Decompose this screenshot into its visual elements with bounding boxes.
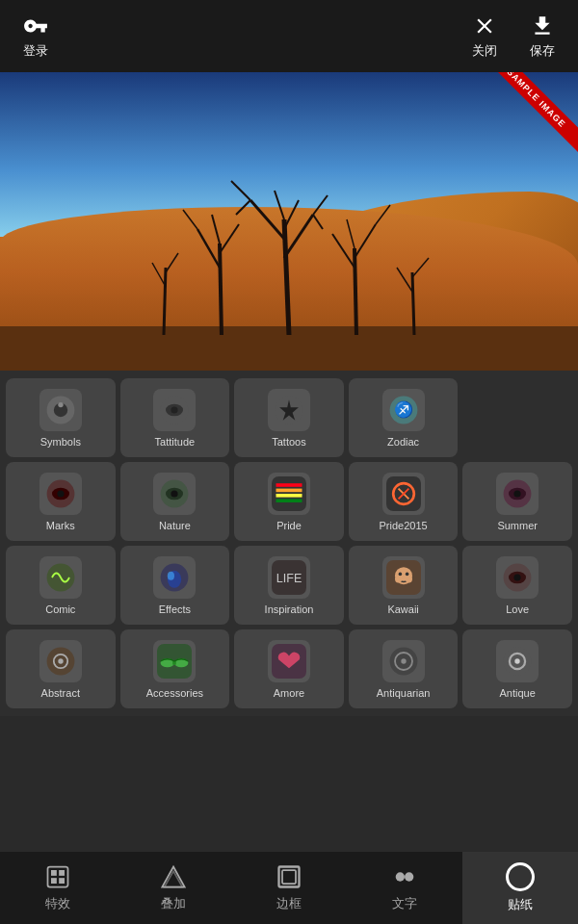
sample-badge-text: SAMPLE IMAGE <box>483 72 578 152</box>
svg-point-63 <box>395 576 402 582</box>
sticker-label-nature: Nature <box>159 520 191 532</box>
sticker-section: SymbolsTattitudeTattoos♐ZodiacMarksNatur… <box>0 371 578 716</box>
svg-line-17 <box>376 205 390 224</box>
text-nav-icon <box>391 863 418 890</box>
sticker-item-symbols[interactable]: Symbols <box>6 378 116 457</box>
sticker-label-antiquarian: Antiquarian <box>377 687 431 700</box>
sticker-item-effects[interactable]: Effects <box>120 546 230 625</box>
sticker-item-love[interactable]: Love <box>462 546 572 625</box>
nav-sticker[interactable]: 贴纸 <box>462 852 578 924</box>
svg-point-56 <box>168 572 174 580</box>
sticker-label-tattoos: Tattoos <box>272 436 305 449</box>
sticker-label-antique: Antique <box>500 687 536 700</box>
svg-rect-85 <box>51 878 57 884</box>
svg-line-3 <box>236 200 250 215</box>
sticker-label-comic: Comic <box>45 603 75 616</box>
sticker-item-pride2015[interactable]: Pride2015 <box>349 462 459 541</box>
svg-line-11 <box>183 210 197 229</box>
svg-rect-83 <box>51 870 57 876</box>
svg-line-15 <box>332 234 355 268</box>
frame-nav-label: 边框 <box>276 895 302 912</box>
sticker-icon-comic <box>39 556 82 599</box>
close-icon <box>472 13 497 38</box>
sticker-item-tattoos[interactable]: Tattoos <box>234 378 344 457</box>
svg-point-67 <box>514 574 521 580</box>
sticker-item-antiquarian[interactable]: Antiquarian <box>349 629 459 708</box>
svg-rect-42 <box>276 483 302 487</box>
image-area: SAMPLE IMAGE <box>0 72 578 371</box>
sample-badge: SAMPLE IMAGE <box>482 72 578 168</box>
svg-line-0 <box>284 219 289 335</box>
nav-text[interactable]: 文字 <box>347 852 462 924</box>
sticker-label-pride: Pride <box>276 520 302 532</box>
svg-point-27 <box>58 402 63 407</box>
key-icon <box>23 13 48 38</box>
sticker-icon-pride2015 <box>382 473 425 515</box>
sticker-label-amore: Amore <box>274 687 304 700</box>
svg-text:LIFE: LIFE <box>276 572 302 585</box>
sticker-icon-antiquarian <box>382 640 425 682</box>
nav-overlay[interactable]: 叠加 <box>116 852 231 924</box>
svg-rect-82 <box>48 867 68 887</box>
svg-point-37 <box>57 490 64 497</box>
nav-frame[interactable]: 边框 <box>231 852 347 924</box>
svg-line-6 <box>313 215 323 229</box>
svg-line-14 <box>355 248 356 335</box>
sticker-label-accessories: Accessories <box>146 687 203 700</box>
nav-effects[interactable]: 特效 <box>0 852 116 924</box>
sticker-item-accessories[interactable]: Accessories <box>120 629 230 708</box>
sticker-nav-icon <box>506 862 535 891</box>
sticker-icon-tattitude <box>153 389 196 431</box>
svg-line-7 <box>275 191 284 219</box>
svg-rect-84 <box>59 870 65 876</box>
sticker-nav-label: 贴纸 <box>508 896 533 913</box>
top-bar-right: 关闭 保存 <box>459 6 568 67</box>
save-icon <box>530 13 555 38</box>
login-button[interactable]: 登录 <box>10 6 62 67</box>
sticker-label-inspiration: Inspiration <box>265 603 314 616</box>
sticker-icon-antique <box>496 640 539 682</box>
svg-line-16 <box>355 224 376 258</box>
sticker-label-summer: Summer <box>497 520 538 532</box>
sticker-item-antique[interactable]: Antique <box>462 629 572 708</box>
sticker-item-abstract[interactable]: Abstract <box>6 629 116 708</box>
svg-line-2 <box>231 181 250 200</box>
sticker-icon-effects <box>153 556 196 599</box>
sticker-icon-inspiration: LIFE <box>268 556 310 599</box>
sticker-item-inspiration[interactable]: LIFEInspiration <box>234 546 344 625</box>
trees <box>135 162 443 335</box>
sticker-item-kawaii[interactable]: Kawaii <box>349 546 459 625</box>
sticker-icon-love <box>496 556 539 599</box>
effects-nav-label: 特效 <box>45 895 70 912</box>
sticker-label-zodiac: Zodiac <box>387 436 419 449</box>
sticker-item-amore[interactable]: Amore <box>234 629 344 708</box>
login-label: 登录 <box>23 42 48 60</box>
svg-line-23 <box>397 268 412 292</box>
sticker-item-tattitude[interactable]: Tattitude <box>120 378 230 457</box>
sticker-icon-nature <box>153 473 196 515</box>
svg-line-8 <box>284 200 299 229</box>
sticker-icon-abstract <box>39 640 82 682</box>
save-button[interactable]: 保存 <box>516 6 568 67</box>
effects-nav-icon <box>44 863 71 890</box>
sticker-item-pride[interactable]: Pride <box>234 462 344 541</box>
svg-point-70 <box>58 658 63 663</box>
save-label: 保存 <box>530 42 555 60</box>
svg-line-9 <box>220 244 222 335</box>
svg-rect-43 <box>276 489 302 493</box>
sticker-item-nature[interactable]: Nature <box>120 462 230 541</box>
sticker-item-zodiac[interactable]: ♐Zodiac <box>349 378 459 457</box>
sticker-label-marks: Marks <box>46 520 75 532</box>
sticker-icon-kawaii <box>382 556 425 599</box>
sticker-item-comic[interactable]: Comic <box>6 546 116 625</box>
svg-line-21 <box>166 253 178 272</box>
sticker-item-summer[interactable]: Summer <box>462 462 572 541</box>
text-nav-label: 文字 <box>392 895 417 912</box>
sticker-item-marks[interactable]: Marks <box>6 462 116 541</box>
close-button[interactable]: 关闭 <box>459 6 511 67</box>
top-bar: 登录 关闭 保存 <box>0 0 578 72</box>
svg-line-24 <box>412 258 429 277</box>
sticker-label-abstract: Abstract <box>41 687 80 700</box>
top-bar-left: 登录 <box>10 6 62 67</box>
svg-line-13 <box>212 215 220 244</box>
